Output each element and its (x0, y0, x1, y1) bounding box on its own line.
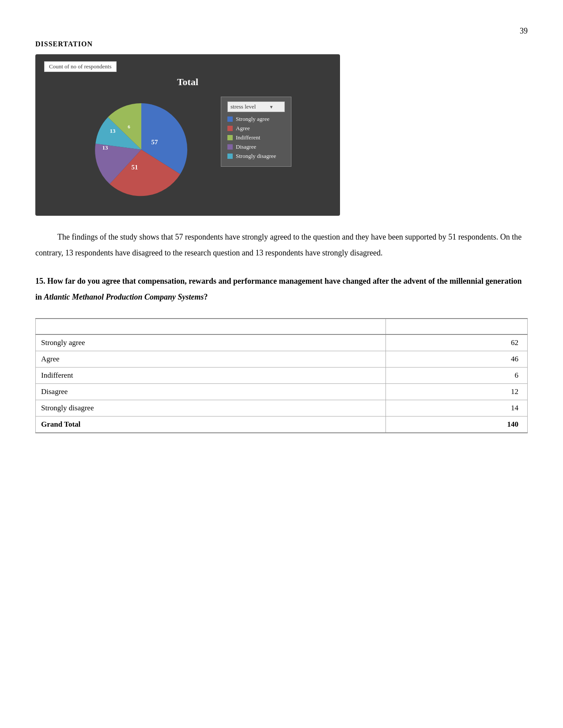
row-value-agree: 46 (385, 351, 527, 368)
label-disagree: 13 (102, 144, 109, 151)
legend-color-agree (227, 126, 233, 131)
legend-label-disagree: Disagree (236, 143, 256, 150)
label-agree: 51 (132, 164, 138, 171)
chart-count-label: Count of no of respondents (44, 61, 117, 72)
row-label-disagree: Disagree (36, 384, 386, 400)
legend-item-disagree: Disagree (227, 143, 285, 150)
legend-label-agree: Agree (236, 125, 250, 132)
response-table: Strongly agree 62 Agree 46 Indifferent 6… (35, 318, 528, 433)
table-row-strongly-agree: Strongly agree 62 (36, 334, 528, 351)
grand-total-label: Grand Total (36, 417, 386, 433)
row-label-strongly-agree: Strongly agree (36, 334, 386, 351)
legend-label-strongly-disagree: Strongly disagree (236, 153, 276, 160)
question-number: 15. (35, 277, 45, 285)
legend-dropdown-label: stress level (230, 103, 256, 110)
legend-item-indifferent: Indifferent (227, 134, 285, 141)
legend-item-strongly-disagree: Strongly disagree (227, 153, 285, 160)
chart-inner: 57 51 13 13 6 stress level ▼ Strongly ag… (44, 92, 331, 207)
table-header-row (36, 319, 528, 334)
label-strongly-disagree: 13 (110, 128, 116, 134)
table-row-agree: Agree 46 (36, 351, 528, 368)
chevron-down-icon: ▼ (269, 105, 273, 109)
label-indifferent: 6 (128, 124, 130, 129)
page-number: 39 (35, 26, 528, 36)
label-strongly-agree: 57 (151, 139, 159, 146)
row-label-strongly-disagree: Strongly disagree (36, 400, 386, 417)
table-row-indifferent: Indifferent 6 (36, 368, 528, 384)
legend-color-strongly-agree (227, 116, 233, 122)
table-row-disagree: Disagree 12 (36, 384, 528, 400)
legend-color-strongly-disagree (227, 154, 233, 159)
dissertation-header: DISSERTATION (35, 40, 528, 48)
legend-item-agree: Agree (227, 125, 285, 132)
body-paragraph: The findings of the study shows that 57 … (35, 229, 528, 261)
chart-legend: stress level ▼ Strongly agree Agree Indi… (221, 97, 291, 167)
question-end: ? (204, 293, 208, 301)
legend-label-strongly-agree: Strongly agree (236, 116, 269, 123)
legend-color-indifferent (227, 135, 233, 140)
col-header-label (36, 319, 386, 334)
legend-color-disagree (227, 144, 233, 150)
legend-dropdown[interactable]: stress level ▼ (227, 101, 285, 112)
row-label-agree: Agree (36, 351, 386, 368)
table-row-grand-total: Grand Total 140 (36, 417, 528, 433)
row-value-strongly-disagree: 14 (385, 400, 527, 417)
grand-total-value: 140 (385, 417, 527, 433)
row-label-indifferent: Indifferent (36, 368, 386, 384)
row-value-strongly-agree: 62 (385, 334, 527, 351)
question-heading: 15. How far do you agree that compensati… (35, 273, 528, 305)
table-row-strongly-disagree: Strongly disagree 14 (36, 400, 528, 417)
row-value-disagree: 12 (385, 384, 527, 400)
chart-container: Count of no of respondents Total (35, 54, 340, 216)
chart-title: Total (44, 76, 331, 88)
question-italic: Atlantic Methanol Production Company Sys… (44, 293, 204, 301)
col-header-value (385, 319, 527, 334)
legend-label-indifferent: Indifferent (236, 134, 260, 141)
row-value-indifferent: 6 (385, 368, 527, 384)
legend-item-strongly-agree: Strongly agree (227, 116, 285, 123)
pie-chart: 57 51 13 13 6 (84, 92, 208, 207)
pie-svg: 57 51 13 13 6 (84, 92, 208, 207)
